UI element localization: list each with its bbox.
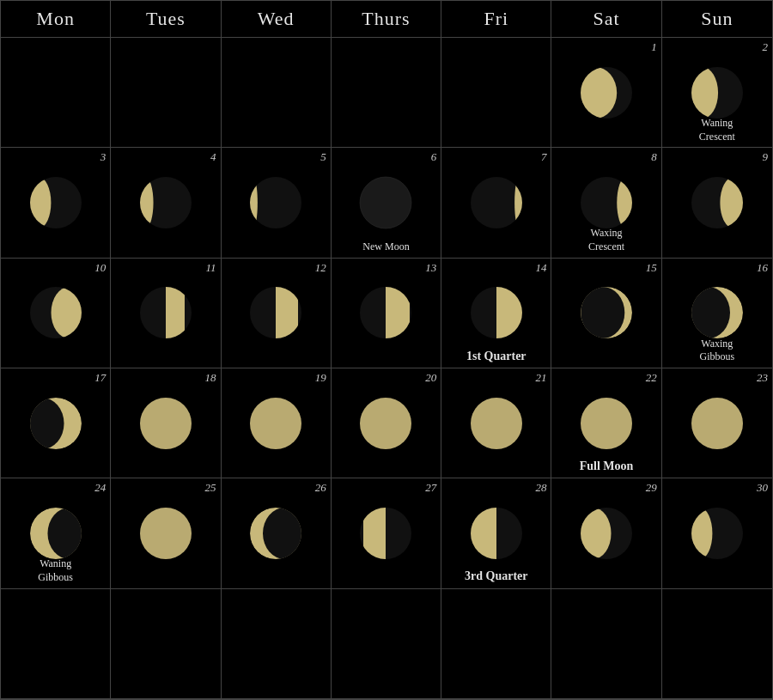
moon-phase-image [25,502,87,564]
phase-label: WaningCrescent [662,117,772,143]
moon-phase-image [245,282,307,344]
svg-point-48 [686,287,730,338]
moon-phase-image [686,62,748,124]
calendar-cell-6: 1 [551,38,661,148]
moon-phase-image [135,502,197,564]
day-number: 14 [535,261,546,275]
svg-point-25 [720,177,747,228]
moon-phase-image [575,172,637,234]
calendar-cell-36 [1,589,111,699]
header-day-tues: Tues [111,1,221,37]
day-number: 3 [100,150,107,164]
svg-point-60 [360,398,411,449]
moon-phase-image [575,393,637,454]
calendar-cell-19: 14 1st Quarter [441,259,551,368]
moon-phase-image [575,62,637,124]
calendar-cell-32: 27 [332,478,441,588]
moon-phase-image [686,172,748,234]
svg-point-44 [581,287,624,338]
moon-phase-image [25,393,87,454]
day-number: 24 [94,481,106,495]
moon-phase-image [135,282,197,344]
calendar-cell-2 [111,38,221,148]
day-number: 23 [757,371,768,385]
calendar-cell-39 [332,589,441,699]
calendar-cell-14: 9 [662,148,772,258]
moon-phase-image [355,282,417,344]
calendar-cell-16: 11 [111,259,221,368]
moon-phase-image [686,393,748,454]
calendar-cell-13: 8 WaxingCrescent [551,148,661,258]
moon-phase-image [355,393,417,454]
day-number: 15 [646,261,657,275]
calendar-cell-1 [1,38,111,148]
svg-point-81 [263,508,307,559]
svg-point-11 [137,177,153,228]
day-number: 1 [651,40,657,54]
moon-phase-image [25,172,87,234]
calendar-cell-18: 13 [332,259,441,368]
svg-rect-87 [471,508,496,559]
header-day-wed: Wed [222,1,332,37]
calendar-cell-15: 10 [1,259,111,368]
svg-point-19 [514,177,524,228]
svg-point-93 [687,508,712,559]
phase-label: WaxingCrescent [551,227,660,253]
calendar-cell-17: 12 [222,259,332,368]
calendar-cell-30: 25 [111,478,221,588]
moon-calendar: MonTuesWedThursFriSatSun 1 2 WaningCresc… [0,0,773,700]
svg-point-54 [140,398,192,449]
calendar-cell-41 [551,589,661,699]
calendar-cell-22: 17 [1,368,111,478]
moon-phase-image [245,172,307,234]
phase-label: WaxingGibbous [662,338,772,364]
phase-label: Full Moon [551,459,660,474]
moon-phase-image [245,393,307,454]
day-number: 29 [646,481,657,495]
svg-point-15 [360,177,411,228]
day-number: 2 [763,40,769,54]
moon-phase-image [686,502,748,564]
svg-point-66 [581,398,632,449]
day-number: 21 [535,371,546,385]
svg-point-17 [471,177,522,228]
moon-phase-image [466,282,527,344]
calendar-cell-4 [332,38,441,148]
day-number: 17 [94,371,106,385]
header-day-fri: Fri [441,1,551,37]
day-number: 9 [763,150,769,164]
day-number: 16 [757,261,768,275]
header-day-sat: Sat [551,1,661,37]
svg-point-28 [51,287,87,338]
moon-phase-image [355,502,417,564]
day-number: 5 [320,150,326,164]
phase-label: WaningGibbous [1,557,110,584]
calendar-cell-21: 16 WaxingGibbous [662,259,772,368]
header-day-sun: Sun [662,1,772,37]
moon-phase-image [466,502,527,564]
calendar-cell-26: 21 [441,368,551,478]
svg-point-69 [691,398,743,449]
day-number: 8 [651,150,657,164]
svg-rect-37 [386,287,410,338]
calendar-cell-27: 22 Full Moon [551,368,661,478]
calendar-cell-40 [441,589,551,699]
header-day-thurs: Thurs [332,1,441,37]
header-day-mon: Mon [1,1,111,37]
calendar-cell-9: 4 [111,148,221,258]
svg-point-8 [26,177,51,228]
svg-point-2 [575,67,617,119]
calendar-cell-37 [111,589,221,699]
day-number: 22 [646,371,657,385]
calendar-cell-25: 20 [332,368,441,478]
calendar-cell-20: 15 [551,259,661,368]
svg-point-12 [250,177,301,228]
calendar-cell-34: 29 [551,478,661,588]
phase-label: New Moon [332,240,441,254]
moon-phase-image [575,502,637,564]
day-number: 4 [210,150,216,164]
day-number: 25 [205,481,216,495]
calendar-cell-33: 28 3rd Quarter [441,478,551,588]
day-number: 28 [535,481,546,495]
calendar-cell-28: 23 [662,368,772,478]
